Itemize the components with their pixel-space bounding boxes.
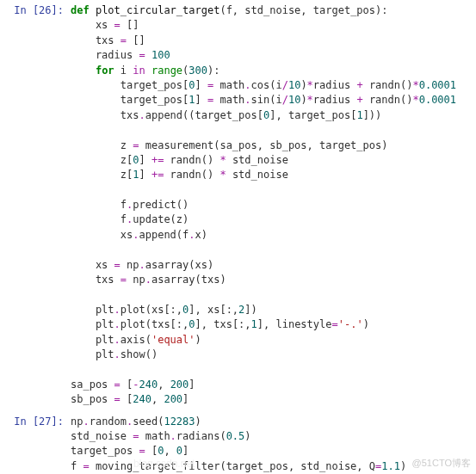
code-cell-27: In [27]: np.random.seed(12283) std_noise…	[0, 411, 476, 474]
code-content[interactable]: def plot_circular_target(f, std_noise, t…	[71, 3, 476, 408]
code-cell-26: In [26]: def plot_circular_target(f, std…	[0, 0, 476, 411]
watermark-bg: blog.csdn.net	[133, 457, 195, 471]
input-prompt: In [27]:	[3, 415, 71, 474]
input-prompt: In [26]:	[3, 3, 71, 408]
watermark-label: @51CTO博客	[412, 457, 471, 471]
